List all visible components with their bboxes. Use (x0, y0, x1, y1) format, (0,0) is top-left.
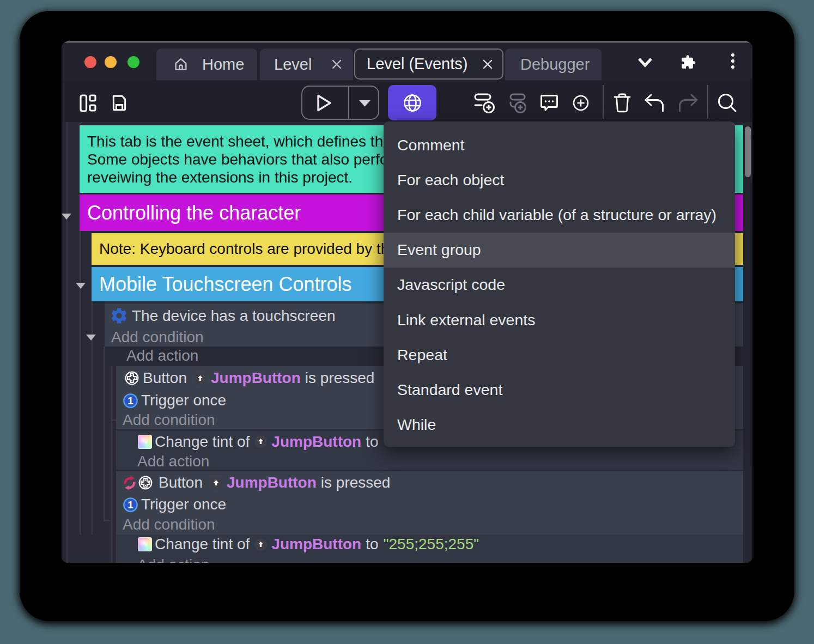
svg-text:1: 1 (127, 395, 133, 406)
svg-text:1: 1 (127, 499, 133, 511)
